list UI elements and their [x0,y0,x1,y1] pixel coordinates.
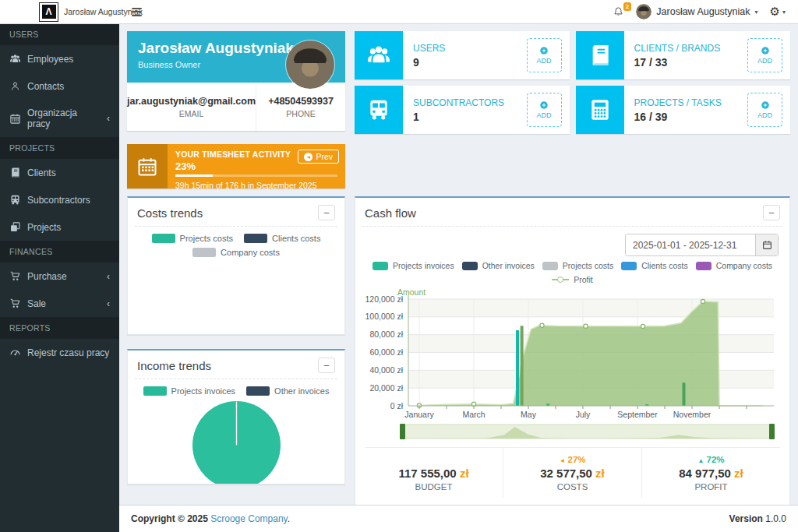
arrow-left-icon: ◄ [304,153,312,161]
sidebar: USERS Employees Contacts Organizacja pra… [0,23,119,532]
svg-text:20,000 zł: 20,000 zł [369,383,403,393]
costs-trends-title: Costs trends [137,206,203,220]
cashflow-plot: 0 zł20,000 zł40,000 zł60,000 zł80,000 zł… [365,289,780,420]
cart-icon [9,270,21,282]
top-navbar: Λ Jarosław Augustyniak 2 Jarosław August… [0,0,798,24]
profile-email-cell: jar.augustyniak@gmail.com EMAIL [127,83,256,131]
minus-icon: − [323,208,330,218]
legend-swatch [152,234,175,243]
svg-text:November: November [673,410,711,419]
sidebar-toggle-button[interactable] [119,0,154,23]
legend-item-projects-invoices[interactable]: Projects invoices [373,261,454,270]
notification-badge: 2 [623,2,631,12]
user-menu[interactable]: Jarosław Augustyniak ▾ [636,4,757,19]
users-icon [355,31,403,79]
income-pie-chart[interactable] [137,400,335,484]
sidebar-item-employees[interactable]: Employees [0,45,119,72]
legend-item-projects-invoices[interactable]: Projects invoices [143,386,236,396]
legend-item-company-costs[interactable]: Company costs [696,261,772,270]
timesheet-progress [175,174,337,177]
costs-trends-legend: Projects costsClients costsCompany costs [143,234,330,257]
timesheet-prev-button[interactable]: ◄ Prev [298,150,339,164]
contact-icon [9,80,21,92]
notifications-button[interactable]: 2 [613,6,624,18]
stat-card-projects-tasks: PROJECTS / TASKS 16 / 39 ADD [576,86,791,134]
summary-value: 32 577,50 zł [503,467,641,480]
legend-swatch [192,248,216,257]
sidebar-item-organizacja-pracy[interactable]: Organizacja pracy ‹ [0,100,119,137]
legend-swatch [373,262,388,270]
user-menu-name: Jarosław Augustyniak [656,6,750,17]
brand[interactable]: Λ Jarosław Augustyniak [0,0,119,23]
sidebar-item-clients[interactable]: Clients [0,159,119,186]
date-range-input[interactable] [626,234,755,255]
legend-swatch [246,386,270,396]
calendar-icon [9,113,21,125]
stat-card-clients-brands: CLIENTS / BRANDS 17 / 33 ADD [576,31,791,79]
sidebar-item-subcontractors[interactable]: Subcontractors [0,186,119,213]
copy-icon [9,221,21,233]
calendar-picker-button[interactable] [755,234,778,255]
legend-item-projects-costs[interactable]: Projects costs [542,261,613,270]
sidebar-item-projects[interactable]: Projects [0,213,119,241]
settings-menu[interactable]: ⚙ ▾ [770,5,786,19]
stats-grid: USERS 9 ADD CLIENTS / BRANDS 17 / 33 ADD… [355,31,790,134]
add-subcontractors-button[interactable]: ADD [527,93,562,127]
add-projects-tasks-button[interactable]: ADD [747,93,782,127]
sidebar-item-purchase[interactable]: Purchase ‹ [0,262,119,290]
cash-flow-panel: Cash flow − Projects invoicesOther invoi… [355,196,790,506]
currency-label: zł [734,467,743,480]
collapse-button[interactable]: − [318,358,335,373]
income-trends-title: Income trends [137,359,211,372]
timesheet-activity-banner: YOUR TIMESHEET ACTIVITY 23% 39h 15min of… [127,144,345,188]
arrow-up-icon: ▲ [697,457,704,464]
summary-costs: ◄ 27% 32 577,50 zł COSTS [503,448,641,498]
summary-budget: 117 555,00 zł BUDGET [365,448,503,498]
income-trends-legend: Projects invoicesOther invoices [137,386,335,396]
currency-label: zł [595,467,605,480]
profile-avatar [286,41,334,89]
add-users-button[interactable]: ADD [527,38,562,72]
legend-item-company-costs[interactable]: Company costs [192,248,280,257]
minus-icon: − [768,208,775,218]
sidebar-item-contacts[interactable]: Contacts [0,72,119,100]
gear-icon: ⚙ [770,5,780,19]
cash-flow-chart[interactable]: 0 zł20,000 zł40,000 zł60,000 zł80,000 zł… [365,289,780,442]
stat-label: CLIENTS / BRANDS [634,43,748,54]
legend-item-projects-costs[interactable]: Projects costs [152,234,233,243]
plus-circle-icon [761,46,770,55]
arrow-left-icon: ◄ [559,457,565,464]
costs-trends-panel: Costs trends − Projects costsClients cos… [127,196,345,335]
sidebar-item-sale[interactable]: Sale ‹ [0,290,119,317]
summary-value: 84 977,50 zł [642,467,780,480]
sidebar-item-rejestr-czasu-pracy[interactable]: Rejestr czasu pracy [0,339,119,366]
navigator-handle-right [769,424,775,439]
summary-delta: ◄ 27% [503,455,641,467]
stat-label: PROJECTS / TASKS [634,97,748,108]
legend-item-other-invoices[interactable]: Other invoices [462,261,535,270]
profile-phone: +48504593937 [268,96,334,107]
legend-swatch [696,262,711,270]
stat-value: 17 / 33 [634,56,748,69]
users-icon [9,53,21,65]
collapse-button[interactable]: − [763,205,780,220]
svg-text:40,000 zł: 40,000 zł [369,365,403,375]
legend-item-clients-costs[interactable]: Clients costs [621,261,688,270]
book-icon [9,167,21,178]
legend-item-other-invoices[interactable]: Other invoices [246,386,329,396]
cash-flow-legend: Projects invoicesOther invoicesProjects … [365,261,780,284]
footer-company-link[interactable]: Scrooge Company [210,513,288,524]
stat-value: 1 [413,111,527,123]
legend-item-clients-costs[interactable]: Clients costs [244,234,320,243]
legend-item-profit[interactable]: Profit [552,275,593,284]
svg-text:Amount: Amount [397,289,425,297]
timesheet-detail: 39h 15min of 176 h in September 2025 [175,181,337,190]
add-clients-brands-button[interactable]: ADD [747,38,782,72]
sidebar-section-finances: FINANCES [0,241,119,262]
bus-icon [9,194,21,206]
sidebar-section-projects: PROJECTS [0,137,119,159]
collapse-button[interactable]: − [318,205,335,220]
legend-swatch [542,262,558,270]
income-trends-panel: Income trends − Projects invoicesOther i… [127,349,345,484]
summary-label: COSTS [503,482,641,491]
